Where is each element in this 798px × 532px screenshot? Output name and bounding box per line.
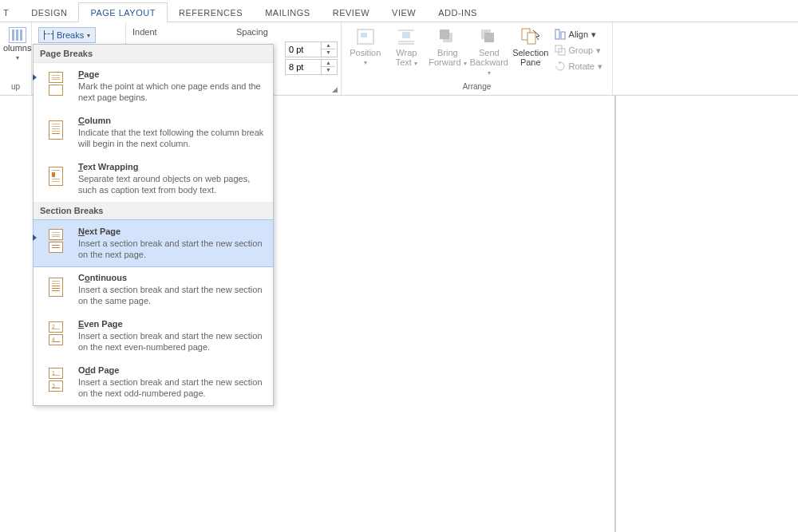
- break-even-page[interactable]: Even Page Insert a section break and sta…: [34, 313, 273, 359]
- spin-up-icon[interactable]: ▲: [322, 42, 335, 49]
- spin-down-icon[interactable]: ▼: [322, 49, 335, 57]
- break-odd-page[interactable]: Odd Page Insert a section break and star…: [34, 359, 273, 405]
- arrange-group: Position▾ WrapText ▾ BringForward ▾ Send…: [342, 22, 613, 95]
- columns-icon: [9, 27, 26, 43]
- item-title: Text Wrapping: [78, 162, 267, 171]
- svg-rect-1: [361, 33, 367, 37]
- spin-down-icon[interactable]: ▼: [322, 67, 335, 74]
- tab-addins[interactable]: ADD-INS: [427, 3, 488, 22]
- chevron-down-icon: ▾: [87, 32, 90, 39]
- send-backward-icon: [479, 27, 500, 46]
- text-wrapping-break-icon: [41, 162, 70, 191]
- item-desc: Insert a section break and start the new…: [78, 376, 267, 399]
- arrange-group-label: Arrange: [342, 82, 612, 91]
- chevron-down-icon: ▾: [488, 69, 491, 77]
- break-page[interactable]: Page Mark the point at which one page en…: [34, 63, 273, 109]
- spacing-after-input[interactable]: [286, 61, 321, 73]
- group-icon: [555, 45, 566, 56]
- item-desc: Mark the point at which one page ends an…: [78, 81, 267, 103]
- item-desc: Indicate that the text following the col…: [78, 127, 267, 149]
- item-title: Even Page: [78, 319, 267, 329]
- tab-mailings[interactable]: MAILINGS: [254, 3, 322, 22]
- spinner-buttons[interactable]: ▲▼: [321, 42, 335, 57]
- align-icon: [555, 29, 566, 40]
- breaks-icon: [44, 30, 53, 40]
- svg-rect-11: [527, 33, 535, 44]
- svg-rect-7: [440, 30, 449, 39]
- svg-rect-12: [555, 30, 559, 39]
- align-button[interactable]: Align ▾: [553, 27, 604, 41]
- columns-button[interactable]: olumns ▾: [3, 24, 31, 61]
- breaks-dropdown: Page Breaks Page Mark the point at which…: [33, 44, 274, 406]
- item-title: Page: [78, 69, 267, 79]
- selection-pane-button[interactable]: SelectionPane: [510, 24, 551, 67]
- break-column[interactable]: Column Indicate that the text following …: [34, 109, 273, 156]
- item-desc: Insert a section break and start the new…: [78, 330, 267, 353]
- break-next-page[interactable]: Next Page Insert a section break and sta…: [33, 219, 274, 267]
- item-title: Odd Page: [78, 365, 267, 375]
- rotate-icon: [555, 61, 566, 72]
- svg-rect-13: [561, 32, 565, 39]
- bring-forward-icon: [437, 27, 458, 46]
- dropdown-header-section-breaks: Section Breaks: [34, 202, 273, 220]
- spinner-buttons[interactable]: ▲▼: [321, 60, 335, 74]
- next-page-break-icon: [41, 227, 70, 255]
- column-break-icon: [41, 116, 70, 144]
- tab-page-layout[interactable]: PAGE LAYOUT: [78, 2, 168, 22]
- position-icon: [355, 27, 376, 46]
- indicator-icon: [33, 74, 37, 81]
- spacing-before-input[interactable]: [286, 43, 321, 56]
- tab-view[interactable]: VIEW: [381, 3, 427, 22]
- tab-references[interactable]: REFERENCES: [168, 3, 254, 22]
- break-text-wrapping[interactable]: Text Wrapping Separate text around objec…: [34, 156, 273, 202]
- indent-label: Indent: [132, 27, 236, 37]
- svg-rect-2: [402, 32, 410, 38]
- ribbon-tabs: T DESIGN PAGE LAYOUT REFERENCES MAILINGS…: [0, 0, 798, 22]
- wrap-text-icon: [396, 27, 417, 46]
- item-desc: Insert a section break and start the new…: [78, 238, 267, 260]
- spacing-after-spinner[interactable]: ▲▼: [285, 59, 338, 75]
- break-continuous[interactable]: Continuous Insert a section break and st…: [34, 266, 273, 313]
- selection-pane-icon: [520, 27, 541, 46]
- odd-page-break-icon: [41, 365, 70, 394]
- item-desc: Insert a section break and start the new…: [78, 284, 267, 306]
- item-desc: Separate text around objects on web page…: [78, 173, 267, 195]
- position-button[interactable]: Position▾: [345, 24, 386, 66]
- item-title: Column: [78, 116, 267, 125]
- indicator-icon: [33, 234, 37, 241]
- even-page-break-icon: [41, 319, 70, 348]
- continuous-break-icon: [41, 273, 70, 301]
- page-setup-group-partial: olumns ▾ up: [0, 22, 32, 95]
- tab-review[interactable]: REVIEW: [322, 3, 381, 22]
- item-title: Continuous: [78, 273, 267, 282]
- breaks-label: Breaks: [57, 30, 84, 40]
- tab-insert-cut[interactable]: T: [0, 3, 20, 22]
- bring-forward-button[interactable]: BringForward ▾: [427, 24, 468, 69]
- svg-rect-9: [484, 33, 494, 42]
- spin-up-icon[interactable]: ▲: [322, 60, 335, 67]
- chevron-down-icon: ▾: [598, 61, 602, 72]
- rotate-button[interactable]: Rotate ▾: [553, 59, 604, 73]
- page-break-icon: [41, 69, 70, 98]
- spacing-before-spinner[interactable]: ▲▼: [285, 41, 338, 57]
- columns-label: olumns: [3, 43, 31, 53]
- chevron-down-icon: ▾: [591, 30, 596, 40]
- spacing-label: Spacing: [236, 27, 340, 37]
- group-button[interactable]: Group ▾: [553, 43, 604, 57]
- wrap-text-button[interactable]: WrapText ▾: [386, 24, 428, 69]
- chevron-down-icon: ▾: [16, 54, 19, 61]
- item-title: Next Page: [78, 227, 267, 236]
- chevron-down-icon: ▾: [464, 60, 467, 67]
- page-right-edge: [614, 96, 616, 532]
- group-label-cut: up: [0, 82, 31, 91]
- chevron-down-icon: ▾: [364, 59, 367, 66]
- chevron-down-icon: ▾: [414, 60, 417, 67]
- dropdown-header-page-breaks: Page Breaks: [34, 45, 273, 63]
- chevron-down-icon: ▾: [596, 45, 601, 56]
- send-backward-button[interactable]: SendBackward ▾: [468, 24, 510, 78]
- dialog-launcher-icon[interactable]: ◢: [330, 85, 339, 94]
- tab-design[interactable]: DESIGN: [20, 3, 78, 22]
- breaks-button[interactable]: Breaks ▾: [38, 27, 96, 43]
